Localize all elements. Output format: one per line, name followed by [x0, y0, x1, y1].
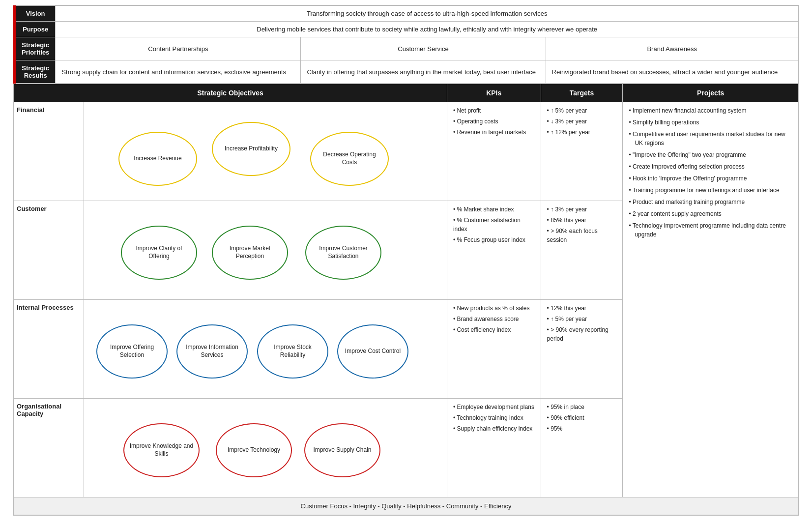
oval-improve-offering: Improve Offering Selection [96, 324, 168, 379]
financial-label: Financial [14, 102, 84, 201]
oval-increase-revenue: Increase Revenue [118, 132, 197, 186]
financial-targets: ↑ 5% per year ↓ 3% per year ↑ 12% per ye… [541, 102, 623, 201]
strategic-priorities-row: Strategic Priorities Content Partnership… [15, 37, 799, 60]
customer-targets: ↑ 3% per year 85% this year > 90% each f… [541, 201, 623, 300]
oval-improve-technology: Improve Technology [216, 423, 292, 477]
org-targets: 95% in place 90% efficient 95% [541, 399, 623, 497]
project-9: 2 year content supply agreements [629, 209, 792, 218]
project-5: Create improved offering selection proce… [629, 162, 792, 171]
financial-objectives: Increase Revenue Increase Profitability … [84, 102, 447, 201]
priority-1: Content Partnerships [56, 37, 301, 60]
internal-label: Internal Processes [14, 300, 84, 399]
oval-increase-profitability: Increase Profitability [212, 122, 290, 176]
header-targets: Targets [541, 84, 623, 102]
purpose-label: Purpose [15, 22, 56, 37]
priority-2: Customer Service [301, 37, 546, 60]
oval-decrease-costs: Decrease Operating Costs [310, 132, 389, 186]
internal-kpis: New products as % of sales Brand awarene… [447, 300, 541, 399]
oval-improve-cost: Improve Cost Control [337, 324, 408, 379]
project-4: "Improve the Offering" two year programm… [629, 150, 792, 159]
org-kpis: Employee development plans Technology tr… [447, 399, 541, 497]
project-7: Training programme for new offerings and… [629, 186, 792, 195]
oval-improve-satisfaction: Improve Customer Satisfaction [305, 226, 381, 280]
vision-row: Vision Transforming society through ease… [15, 6, 799, 22]
oval-improve-info: Improve Information Services [176, 324, 248, 379]
internal-objectives: Improve Offering Selection Improve Infor… [84, 300, 447, 399]
oval-improve-clarity: Improve Clarity of Offering [121, 226, 197, 280]
purpose-text: Delivering mobile services that contribu… [56, 22, 799, 37]
strategic-results-row: Strategic Results Strong supply chain fo… [15, 60, 799, 84]
oval-improve-perception: Improve Market Perception [212, 226, 288, 280]
footer-row: Customer Focus - Integrity - Quality - H… [14, 497, 799, 515]
financial-row: Financial [14, 102, 799, 201]
project-3: Competitive end user requirements market… [629, 130, 792, 147]
priority-3: Brand Awareness [546, 37, 798, 60]
main-header-row: Strategic Objectives KPIs Targets Projec… [14, 84, 799, 102]
header-objectives: Strategic Objectives [14, 84, 447, 102]
footer-values: Customer Focus - Integrity - Quality - H… [14, 497, 799, 515]
result-3: Reinvigorated brand based on successes, … [546, 60, 798, 84]
vision-text: Transforming society through ease of acc… [56, 6, 799, 22]
strategic-priorities-label: Strategic Priorities [15, 37, 56, 60]
project-2: Simplify billing operations [629, 118, 792, 127]
project-1: Implement new financial accounting syste… [629, 106, 792, 115]
result-1: Strong supply chain for content and info… [56, 60, 301, 84]
internal-targets: 12% this year ↑ 5% per year > 90% every … [541, 300, 623, 399]
project-8: Product and marketing training programme [629, 198, 792, 206]
header-projects: Projects [623, 84, 799, 102]
project-10: Technology improvement programme includi… [629, 221, 792, 239]
customer-objectives: Improve Clarity of Offering Improve Mark… [84, 201, 447, 300]
vision-label: Vision [15, 6, 56, 22]
customer-kpis: % Market share index % Customer satisfac… [447, 201, 541, 300]
financial-kpis: Net profit Operating costs Revenue in ta… [447, 102, 541, 201]
oval-improve-supply: Improve Supply Chain [304, 423, 380, 477]
org-label: Organisational Capacity [14, 399, 84, 497]
oval-improve-stock: Improve Stock Reliability [257, 324, 328, 379]
project-6: Hook into 'Improve the Offering' program… [629, 174, 792, 183]
result-2: Clarity in offering that surpasses anyth… [301, 60, 546, 84]
projects-cell: Implement new financial accounting syste… [623, 102, 799, 497]
strategy-map: Vision Transforming society through ease… [13, 5, 799, 516]
header-kpis: KPIs [447, 84, 541, 102]
org-objectives: Improve Knowledge and Skills Improve Tec… [84, 399, 447, 497]
oval-improve-knowledge: Improve Knowledge and Skills [123, 423, 200, 477]
purpose-row: Purpose Delivering mobile services that … [15, 22, 799, 37]
customer-label: Customer [14, 201, 84, 300]
strategic-results-label: Strategic Results [15, 60, 56, 84]
